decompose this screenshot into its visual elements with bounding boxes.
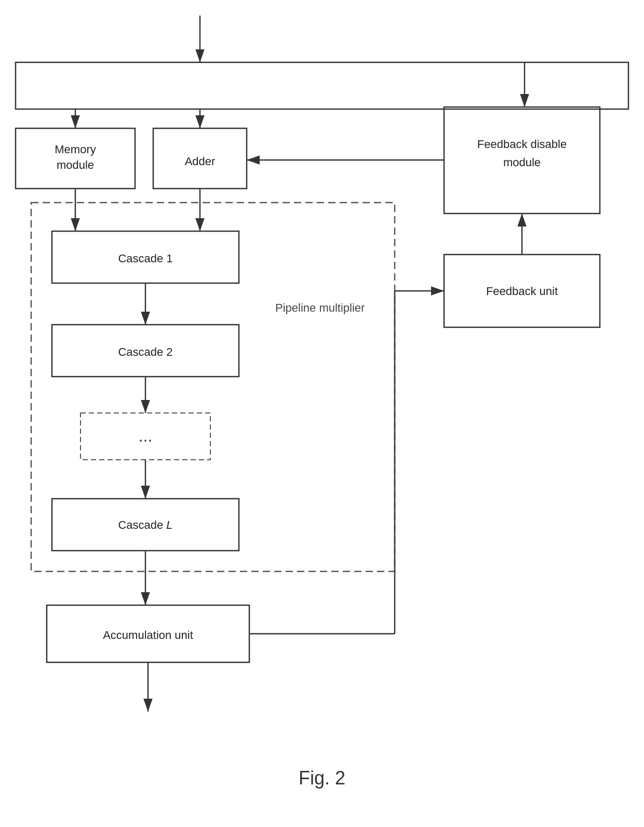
dots-label: ... bbox=[139, 426, 153, 445]
memory-module-label2: module bbox=[57, 158, 94, 171]
memory-module-label: Memory bbox=[55, 143, 96, 156]
diagram-container: Memory module Adder Feedback disable mod… bbox=[0, 0, 644, 827]
feedback-unit-label: Feedback unit bbox=[486, 285, 558, 298]
accumulation-label: Accumulation unit bbox=[103, 629, 193, 642]
cascade1-label: Cascade 1 bbox=[118, 252, 172, 265]
pipeline-multiplier-label: Pipeline multiplier bbox=[275, 301, 365, 314]
figure-label: Fig. 2 bbox=[299, 767, 345, 789]
feedback-disable-label2: module bbox=[503, 156, 541, 169]
cascade2-label: Cascade 2 bbox=[118, 345, 172, 358]
cascadeL-label: Cascade L bbox=[118, 518, 172, 531]
feedback-disable-label1: Feedback disable bbox=[477, 138, 567, 151]
svg-rect-2 bbox=[0, 0, 644, 827]
adder-label: Adder bbox=[185, 155, 216, 168]
